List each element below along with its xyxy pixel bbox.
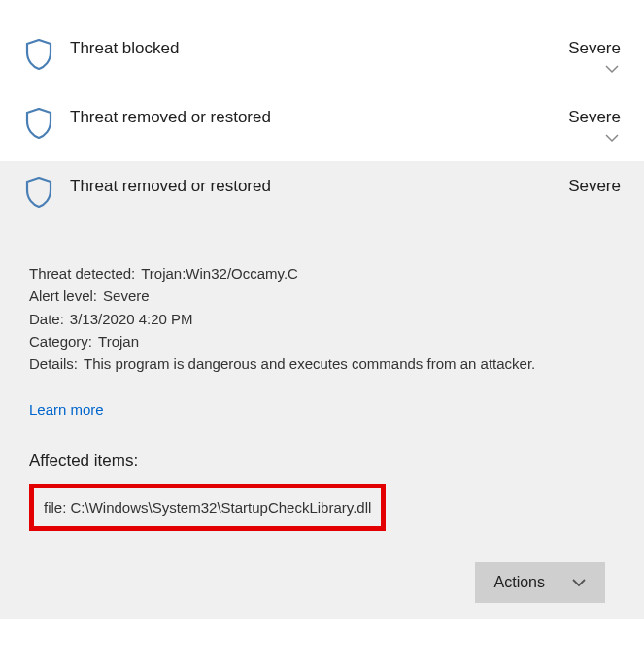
detail-label: Category:	[29, 330, 92, 352]
detail-date: Date: 3/13/2020 4:20 PM	[29, 308, 615, 330]
detail-threat-detected: Threat detected: Trojan:Win32/Occamy.C	[29, 262, 615, 284]
shield-icon	[23, 39, 54, 70]
chevron-down-icon[interactable]	[603, 62, 621, 76]
actions-button[interactable]: Actions	[475, 562, 605, 603]
threat-header: Threat removed or restored Severe	[23, 108, 621, 145]
actions-label: Actions	[494, 574, 545, 591]
threat-title: Threat removed or restored	[70, 108, 568, 127]
threat-item-expanded: Threat removed or restored Severe Threat…	[0, 161, 644, 619]
chevron-down-icon	[572, 574, 586, 591]
severity-label: Severe	[568, 39, 621, 58]
threat-title: Threat removed or restored	[70, 177, 568, 196]
detail-category: Category: Trojan	[29, 330, 615, 352]
chevron-down-icon[interactable]	[603, 131, 621, 145]
detail-details: Details: This program is dangerous and e…	[29, 352, 615, 375]
threat-item[interactable]: Threat removed or restored Severe	[0, 92, 644, 161]
severity-label: Severe	[568, 177, 621, 196]
severity-col: Severe	[568, 39, 621, 76]
detail-value: Trojan:Win32/Occamy.C	[141, 262, 298, 284]
detail-value: Trojan	[98, 330, 139, 352]
detail-label: Details:	[29, 352, 78, 375]
detail-value: 3/13/2020 4:20 PM	[70, 308, 193, 330]
threat-header: Threat blocked Severe	[23, 39, 621, 76]
threat-item[interactable]: Threat blocked Severe	[0, 23, 644, 92]
shield-icon	[23, 108, 54, 139]
learn-more-link[interactable]: Learn more	[29, 398, 615, 420]
threat-header[interactable]: Threat removed or restored Severe	[23, 177, 621, 208]
detail-label: Alert level:	[29, 284, 97, 307]
threat-details: Threat detected: Trojan:Win32/Occamy.C A…	[23, 208, 621, 603]
detail-value: This program is dangerous and executes c…	[84, 352, 535, 375]
severity-col: Severe	[568, 177, 621, 196]
shield-icon	[23, 177, 54, 208]
actions-row: Actions	[29, 562, 615, 603]
detail-value: Severe	[103, 284, 150, 307]
affected-item-highlight: file: C:\Windows\System32\StartupCheckLi…	[29, 484, 386, 531]
detail-label: Date:	[29, 308, 64, 330]
affected-item-path: file: C:\Windows\System32\StartupCheckLi…	[44, 499, 371, 516]
detail-label: Threat detected:	[29, 262, 135, 284]
detail-alert-level: Alert level: Severe	[29, 284, 615, 307]
severity-col: Severe	[568, 108, 621, 145]
threat-title: Threat blocked	[70, 39, 568, 58]
affected-items-title: Affected items:	[29, 449, 615, 474]
severity-label: Severe	[568, 108, 621, 127]
